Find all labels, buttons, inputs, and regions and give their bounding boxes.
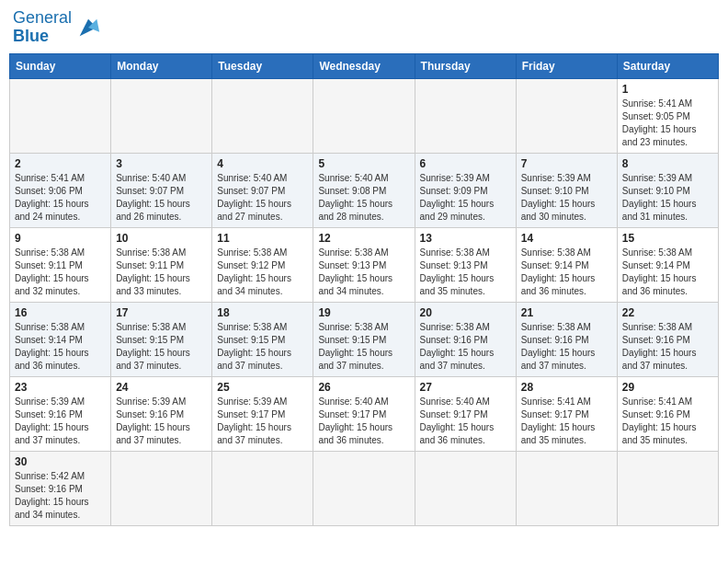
day-number: 24 [116, 381, 207, 394]
week-row-1: 1Sunrise: 5:41 AM Sunset: 9:05 PM Daylig… [10, 78, 719, 153]
day-info: Sunrise: 5:41 AM Sunset: 9:06 PM Dayligh… [15, 172, 106, 224]
calendar-cell [111, 78, 212, 153]
day-info: Sunrise: 5:40 AM Sunset: 9:07 PM Dayligh… [116, 172, 207, 224]
calendar-cell: 19Sunrise: 5:38 AM Sunset: 9:15 PM Dayli… [313, 302, 415, 376]
day-info: Sunrise: 5:38 AM Sunset: 9:16 PM Dayligh… [622, 321, 713, 373]
calendar-cell [10, 78, 111, 153]
page-header: General Blue [9, 9, 719, 46]
calendar-cell: 14Sunrise: 5:38 AM Sunset: 9:14 PM Dayli… [516, 227, 617, 302]
week-row-4: 16Sunrise: 5:38 AM Sunset: 9:14 PM Dayli… [10, 302, 719, 376]
day-number: 15 [622, 232, 713, 245]
calendar-cell: 5Sunrise: 5:40 AM Sunset: 9:08 PM Daylig… [313, 153, 415, 227]
day-info: Sunrise: 5:38 AM Sunset: 9:13 PM Dayligh… [318, 247, 409, 298]
logo-icon [75, 15, 101, 40]
logo-blue: Blue [13, 27, 49, 45]
calendar-cell [313, 78, 415, 153]
day-number: 2 [15, 157, 106, 170]
day-number: 13 [420, 232, 511, 245]
day-info: Sunrise: 5:41 AM Sunset: 9:16 PM Dayligh… [622, 396, 713, 447]
day-info: Sunrise: 5:40 AM Sunset: 9:08 PM Dayligh… [318, 172, 409, 224]
day-info: Sunrise: 5:40 AM Sunset: 9:17 PM Dayligh… [318, 396, 409, 447]
day-number: 30 [15, 455, 106, 468]
day-number: 17 [116, 306, 207, 319]
day-number: 18 [217, 306, 308, 319]
week-row-3: 9Sunrise: 5:38 AM Sunset: 9:11 PM Daylig… [10, 227, 719, 302]
weekday-header-wednesday: Wednesday [313, 53, 415, 78]
calendar-cell [212, 451, 313, 525]
calendar-cell: 7Sunrise: 5:39 AM Sunset: 9:10 PM Daylig… [516, 153, 617, 227]
calendar-cell: 13Sunrise: 5:38 AM Sunset: 9:13 PM Dayli… [415, 227, 516, 302]
calendar-table: SundayMondayTuesdayWednesdayThursdayFrid… [9, 53, 719, 526]
week-row-5: 23Sunrise: 5:39 AM Sunset: 9:16 PM Dayli… [10, 376, 719, 451]
calendar-cell: 9Sunrise: 5:38 AM Sunset: 9:11 PM Daylig… [10, 227, 111, 302]
day-number: 16 [15, 306, 106, 319]
day-info: Sunrise: 5:39 AM Sunset: 9:17 PM Dayligh… [217, 396, 308, 447]
calendar-cell: 24Sunrise: 5:39 AM Sunset: 9:16 PM Dayli… [111, 376, 212, 451]
day-number: 7 [521, 157, 612, 170]
day-number: 25 [217, 381, 308, 394]
calendar-cell [415, 78, 516, 153]
calendar-cell [617, 451, 718, 525]
day-info: Sunrise: 5:38 AM Sunset: 9:15 PM Dayligh… [217, 321, 308, 373]
day-number: 19 [318, 306, 409, 319]
day-info: Sunrise: 5:38 AM Sunset: 9:12 PM Dayligh… [217, 247, 308, 298]
day-number: 8 [622, 157, 713, 170]
calendar-cell: 25Sunrise: 5:39 AM Sunset: 9:17 PM Dayli… [212, 376, 313, 451]
day-number: 10 [116, 232, 207, 245]
day-number: 9 [15, 232, 106, 245]
weekday-header-tuesday: Tuesday [212, 53, 313, 78]
day-info: Sunrise: 5:39 AM Sunset: 9:10 PM Dayligh… [521, 172, 612, 224]
weekday-header-monday: Monday [111, 53, 212, 78]
calendar-cell: 17Sunrise: 5:38 AM Sunset: 9:15 PM Dayli… [111, 302, 212, 376]
day-info: Sunrise: 5:41 AM Sunset: 9:17 PM Dayligh… [521, 396, 612, 447]
day-number: 23 [15, 381, 106, 394]
day-number: 1 [622, 83, 713, 96]
day-info: Sunrise: 5:40 AM Sunset: 9:17 PM Dayligh… [420, 396, 511, 447]
day-info: Sunrise: 5:38 AM Sunset: 9:16 PM Dayligh… [521, 321, 612, 373]
calendar-cell: 26Sunrise: 5:40 AM Sunset: 9:17 PM Dayli… [313, 376, 415, 451]
calendar-cell: 21Sunrise: 5:38 AM Sunset: 9:16 PM Dayli… [516, 302, 617, 376]
calendar-cell: 6Sunrise: 5:39 AM Sunset: 9:09 PM Daylig… [415, 153, 516, 227]
weekday-header-friday: Friday [516, 53, 617, 78]
logo: General Blue [13, 9, 101, 46]
calendar-cell: 4Sunrise: 5:40 AM Sunset: 9:07 PM Daylig… [212, 153, 313, 227]
calendar-cell: 22Sunrise: 5:38 AM Sunset: 9:16 PM Dayli… [617, 302, 718, 376]
day-number: 20 [420, 306, 511, 319]
day-info: Sunrise: 5:38 AM Sunset: 9:15 PM Dayligh… [318, 321, 409, 373]
day-info: Sunrise: 5:38 AM Sunset: 9:15 PM Dayligh… [116, 321, 207, 373]
day-number: 3 [116, 157, 207, 170]
day-number: 21 [521, 306, 612, 319]
weekday-header-thursday: Thursday [415, 53, 516, 78]
week-row-2: 2Sunrise: 5:41 AM Sunset: 9:06 PM Daylig… [10, 153, 719, 227]
day-info: Sunrise: 5:38 AM Sunset: 9:14 PM Dayligh… [521, 247, 612, 298]
calendar-cell [111, 451, 212, 525]
day-info: Sunrise: 5:42 AM Sunset: 9:16 PM Dayligh… [15, 470, 106, 522]
calendar-cell: 16Sunrise: 5:38 AM Sunset: 9:14 PM Dayli… [10, 302, 111, 376]
calendar-cell: 12Sunrise: 5:38 AM Sunset: 9:13 PM Dayli… [313, 227, 415, 302]
calendar-cell: 28Sunrise: 5:41 AM Sunset: 9:17 PM Dayli… [516, 376, 617, 451]
day-number: 26 [318, 381, 409, 394]
calendar-cell [516, 78, 617, 153]
calendar-cell [415, 451, 516, 525]
day-number: 27 [420, 381, 511, 394]
calendar-cell: 18Sunrise: 5:38 AM Sunset: 9:15 PM Dayli… [212, 302, 313, 376]
calendar-cell [313, 451, 415, 525]
logo-text: General Blue [13, 9, 72, 46]
day-number: 29 [622, 381, 713, 394]
day-info: Sunrise: 5:39 AM Sunset: 9:16 PM Dayligh… [15, 396, 106, 447]
day-number: 4 [217, 157, 308, 170]
logo-general: General [13, 8, 72, 27]
day-info: Sunrise: 5:38 AM Sunset: 9:11 PM Dayligh… [116, 247, 207, 298]
day-info: Sunrise: 5:40 AM Sunset: 9:07 PM Dayligh… [217, 172, 308, 224]
day-number: 6 [420, 157, 511, 170]
weekday-header-row: SundayMondayTuesdayWednesdayThursdayFrid… [10, 53, 719, 78]
weekday-header-sunday: Sunday [10, 53, 111, 78]
calendar-cell: 10Sunrise: 5:38 AM Sunset: 9:11 PM Dayli… [111, 227, 212, 302]
weekday-header-saturday: Saturday [617, 53, 718, 78]
day-info: Sunrise: 5:38 AM Sunset: 9:13 PM Dayligh… [420, 247, 511, 298]
calendar-cell: 29Sunrise: 5:41 AM Sunset: 9:16 PM Dayli… [617, 376, 718, 451]
calendar-cell: 20Sunrise: 5:38 AM Sunset: 9:16 PM Dayli… [415, 302, 516, 376]
calendar-cell [212, 78, 313, 153]
calendar-cell: 1Sunrise: 5:41 AM Sunset: 9:05 PM Daylig… [617, 78, 718, 153]
calendar-cell: 15Sunrise: 5:38 AM Sunset: 9:14 PM Dayli… [617, 227, 718, 302]
